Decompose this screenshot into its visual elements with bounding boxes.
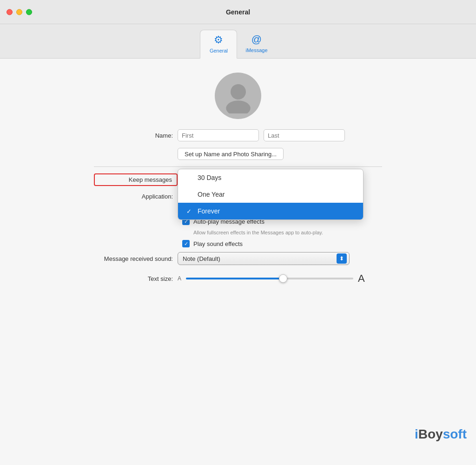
text-size-row: Text size: A A [94, 272, 382, 285]
traffic-lights [7, 9, 32, 15]
checkbox4[interactable]: ✓ [182, 240, 190, 247]
watermark-soft: soft [443, 427, 467, 441]
avatar-icon [221, 79, 256, 113]
text-size-label: Text size: [94, 275, 178, 282]
window: General ⚙ General @ iMessage Name: [0, 0, 476, 465]
application-label: Application: [94, 193, 178, 200]
dropdown-item-forever-label: Forever [198, 207, 220, 215]
setup-button[interactable]: Set up Name and Photo Sharing... [178, 148, 284, 160]
tab-imessage[interactable]: @ iMessage [237, 30, 276, 58]
checkmark-oneyear [186, 191, 194, 198]
dropdown-item-oneyear[interactable]: One Year [178, 186, 363, 203]
sound-row: Message received sound: Note (Default) ⬍ [94, 252, 382, 265]
divider [94, 166, 382, 167]
sound-select[interactable]: Note (Default) [178, 252, 350, 265]
form-area: Name: Set up Name and Photo Sharing... K… [94, 129, 382, 285]
svg-point-0 [231, 84, 246, 100]
watermark-i: i [415, 427, 418, 441]
checkbox4-row: ✓ Play sound effects [94, 240, 382, 247]
watermark-boy: Boy [418, 427, 443, 441]
dropdown-item-30days-label: 30 Days [198, 174, 221, 181]
checkbox4-label: Play sound effects [193, 240, 243, 247]
keep-messages-row: Keep messages 30 Days One Year ✓ [94, 173, 382, 186]
slider-track[interactable] [186, 278, 353, 279]
maximize-button[interactable] [26, 9, 32, 15]
sound-select-wrapper: Note (Default) ⬍ [178, 252, 350, 265]
text-size-large-a: A [358, 272, 365, 285]
tab-general-label: General [210, 48, 228, 53]
checkbox3-description-row: Allow fullscreen effects in the Messages… [94, 230, 382, 235]
last-name-input[interactable] [264, 129, 345, 141]
svg-point-1 [226, 100, 251, 113]
dropdown-item-oneyear-label: One Year [198, 191, 225, 198]
gear-icon: ⚙ [214, 34, 223, 46]
watermark: iBoysoft [415, 427, 467, 442]
name-label: Name: [94, 132, 178, 139]
sound-label: Message received sound: [94, 255, 178, 262]
name-row: Name: [94, 129, 382, 141]
checkbox3-description: Allow fullscreen effects in the Messages… [182, 230, 382, 235]
at-icon: @ [251, 33, 262, 46]
minimize-button[interactable] [16, 9, 22, 15]
keep-messages-dropdown[interactable]: 30 Days One Year ✓ Forever [178, 169, 364, 220]
setup-row: Set up Name and Photo Sharing... [94, 148, 382, 160]
tab-imessage-label: iMessage [245, 47, 267, 53]
checkmark-forever: ✓ [186, 208, 194, 215]
dropdown-item-forever[interactable]: ✓ Forever [178, 203, 363, 219]
slider-fill [186, 278, 286, 279]
slider-area: A A [178, 272, 365, 285]
avatar [215, 73, 261, 119]
toolbar: ⚙ General @ iMessage [0, 24, 476, 59]
slider-thumb[interactable] [279, 274, 287, 283]
window-title: General [226, 8, 250, 16]
name-inputs [178, 129, 345, 141]
keep-messages-label: Keep messages [94, 173, 178, 186]
text-size-small-a: A [178, 275, 181, 282]
checkbox4-group: ✓ Play sound effects [182, 240, 243, 247]
titlebar: General [0, 0, 476, 24]
close-button[interactable] [7, 9, 13, 15]
content-area: Name: Set up Name and Photo Sharing... K… [0, 59, 476, 465]
dropdown-item-30days[interactable]: 30 Days [178, 169, 363, 186]
first-name-input[interactable] [178, 129, 259, 141]
checkmark-30days [186, 174, 194, 181]
tab-general[interactable]: ⚙ General [200, 30, 237, 59]
avatar-container[interactable] [215, 73, 261, 119]
